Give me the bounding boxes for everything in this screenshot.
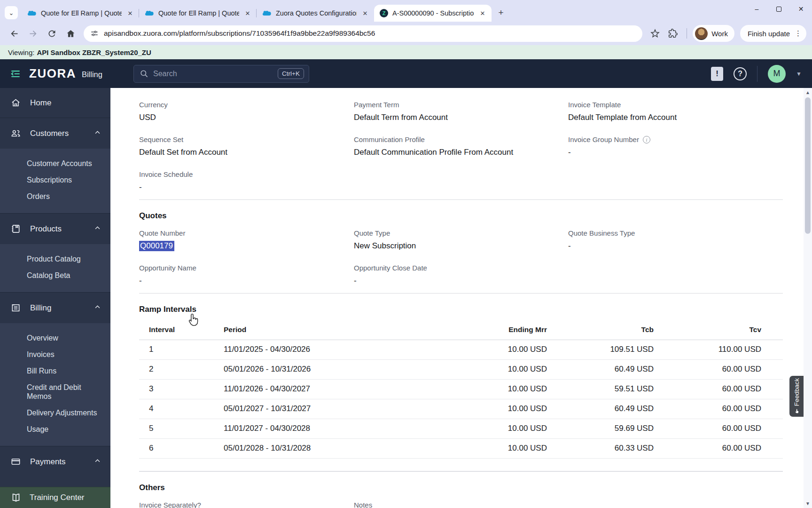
sidebar-item-label: Customers	[30, 129, 69, 138]
forward-button[interactable]	[24, 25, 41, 42]
tab-subscription-active[interactable]: Z A-S00000090 - Subscription - Z ✕	[374, 5, 492, 22]
tab-search-button[interactable]: ⌄	[5, 6, 18, 19]
field-invoice-group-number: Invoice Group Number i -	[568, 135, 783, 157]
browser-profile-chip[interactable]: Work	[693, 25, 734, 42]
new-tab-button[interactable]: +	[494, 6, 508, 19]
sidebar-item-billing[interactable]: Billing	[0, 292, 110, 323]
payments-icon	[10, 456, 21, 467]
products-icon	[10, 223, 21, 234]
tab-title: Quote for Ell Ramp | Quote | Sa	[158, 9, 239, 17]
field-invoice-schedule: Invoice Schedule -	[139, 170, 354, 192]
sidebar-item-customers[interactable]: Customers	[0, 118, 110, 149]
table-empty-row	[139, 459, 783, 471]
global-search[interactable]: Ctrl+K	[133, 65, 309, 83]
tab-strip: ⌄ Quote for Ell Ramp | Quote | Sa ✕ Quot…	[0, 0, 812, 22]
app-body: Home Customers Customer Accounts Subscri…	[0, 88, 812, 508]
field-payment-term: Payment Term Default Term from Account	[354, 101, 568, 122]
alerts-button[interactable]: !	[711, 67, 723, 81]
page-scrollbar-thumb[interactable]	[805, 97, 811, 234]
sidebar: Home Customers Customer Accounts Subscri…	[0, 88, 110, 508]
quotes-fields: Quote Number Q000179 Quote Type New Subs…	[139, 229, 783, 286]
zuora-logo: ZUORA	[29, 66, 76, 81]
maximize-button[interactable]	[768, 0, 790, 18]
training-book-icon	[10, 492, 22, 503]
feedback-label: Feedback	[793, 378, 800, 406]
environment-banner: Viewing: API Sandbox ZBZR_System20_ZU	[0, 45, 812, 59]
sidebar-item-credit-debit-memos[interactable]: Credit and Debit Memos	[0, 379, 110, 405]
help-button[interactable]: ?	[734, 67, 747, 80]
sidebar-item-delivery-adjustments[interactable]: Delivery Adjustments	[0, 405, 110, 421]
field-quote-business-type: Quote Business Type -	[568, 229, 783, 251]
sidebar-item-training-center[interactable]: Training Center	[0, 487, 110, 508]
field-invoice-separately: Invoice Separately? Yes	[139, 501, 354, 508]
sidebar-item-bill-runs[interactable]: Bill Runs	[0, 363, 110, 379]
search-input[interactable]	[153, 70, 273, 78]
search-shortcut-badge: Ctrl+K	[278, 68, 304, 79]
tab-close-icon[interactable]: ✕	[478, 9, 487, 17]
url-text: apisandbox.zuora.com/platform/subscripti…	[104, 29, 375, 38]
feedback-tab[interactable]: Feedback	[789, 376, 804, 417]
sidebar-item-products[interactable]: Products	[0, 213, 110, 244]
sidebar-item-label: Home	[30, 98, 51, 108]
user-avatar[interactable]: M	[768, 65, 786, 83]
bookmark-button[interactable]	[647, 25, 663, 41]
minimize-button[interactable]: –	[746, 0, 768, 18]
info-icon[interactable]: i	[643, 136, 650, 143]
sidebar-item-overview[interactable]: Overview	[0, 330, 110, 346]
column-header-tcv[interactable]: Tcv	[654, 323, 783, 340]
table-row: 4 05/01/2027 - 10/31/2027 10.00 USD 60.4…	[139, 399, 783, 419]
back-button[interactable]	[6, 25, 23, 42]
chevron-up-icon	[94, 224, 101, 234]
field-quote-type: Quote Type New Subscription	[354, 229, 568, 251]
finish-update-button[interactable]: Finish update ⋮	[740, 25, 806, 42]
house-icon	[10, 97, 21, 108]
tab-close-icon[interactable]: ✕	[361, 9, 369, 17]
tab-quote-1[interactable]: Quote for Ell Ramp | Quote | Sa ✕	[22, 5, 139, 22]
header-actions: ! ? M ▼	[711, 65, 802, 83]
ramp-intervals-heading: Ramp Intervals	[139, 305, 783, 314]
sidebar-item-product-catalog[interactable]: Product Catalog	[0, 251, 110, 267]
tab-close-icon[interactable]: ✕	[126, 9, 134, 17]
tab-close-icon[interactable]: ✕	[243, 9, 252, 17]
home-nav-icon	[66, 29, 76, 39]
environment-name: API Sandbox ZBZR_System20_ZU	[37, 48, 151, 56]
browser-toolbar: apisandbox.zuora.com/platform/subscripti…	[0, 22, 812, 45]
table-row: 1 11/01/2025 - 04/30/2026 10.00 USD 109.…	[139, 340, 783, 360]
sidebar-item-customer-accounts[interactable]: Customer Accounts	[0, 155, 110, 172]
sidebar-item-subscriptions[interactable]: Subscriptions	[0, 172, 110, 188]
column-header-tcb[interactable]: Tcb	[547, 323, 654, 340]
sidebar-item-usage[interactable]: Usage	[0, 421, 110, 437]
extensions-button[interactable]	[665, 25, 681, 41]
chevron-up-icon	[94, 303, 101, 313]
sidebar-item-catalog-beta[interactable]: Catalog Beta	[0, 267, 110, 284]
address-bar[interactable]: apisandbox.zuora.com/platform/subscripti…	[84, 25, 642, 42]
cursor-pointer-icon	[187, 313, 199, 328]
plus-icon: +	[498, 8, 503, 18]
extensions-puzzle-icon	[668, 29, 678, 38]
sidebar-item-orders[interactable]: Orders	[0, 188, 110, 205]
scrollbar-up-arrow[interactable]: ▲	[804, 90, 812, 95]
page-scrollbar[interactable]: ▲ ▼	[804, 88, 812, 508]
salesforce-cloud-icon	[27, 10, 37, 16]
refresh-button[interactable]	[43, 25, 60, 42]
close-button[interactable]: ✕	[790, 0, 812, 18]
exclamation-icon: !	[716, 69, 718, 79]
sidebar-item-invoices[interactable]: Invoices	[0, 346, 110, 363]
sidebar-item-payments[interactable]: Payments	[0, 446, 110, 477]
app-header: ZUORA Billing Ctrl+K ! ? M ▼	[0, 59, 812, 88]
products-submenu: Product Catalog Catalog Beta	[0, 244, 110, 292]
tab-quote-2[interactable]: Quote for Ell Ramp | Quote | Sa ✕	[139, 5, 257, 22]
home-button[interactable]	[62, 25, 79, 42]
menu-collapse-button[interactable]	[8, 67, 23, 81]
tab-zuora-config[interactable]: Zuora Quotes Configuration Se ✕	[257, 5, 374, 22]
chevron-down-icon: ⌄	[9, 9, 14, 16]
column-header-interval[interactable]: Interval	[139, 323, 224, 340]
column-header-period[interactable]: Period	[224, 323, 421, 340]
profile-avatar	[695, 27, 708, 40]
column-header-ending-mrr[interactable]: Ending Mrr	[421, 323, 547, 340]
maximize-icon	[776, 7, 781, 12]
kebab-menu-icon: ⋮	[795, 29, 802, 38]
sidebar-item-home[interactable]: Home	[0, 88, 110, 118]
scrollbar-down-arrow[interactable]: ▼	[804, 501, 812, 506]
user-menu-chevron-icon[interactable]: ▼	[796, 71, 802, 77]
